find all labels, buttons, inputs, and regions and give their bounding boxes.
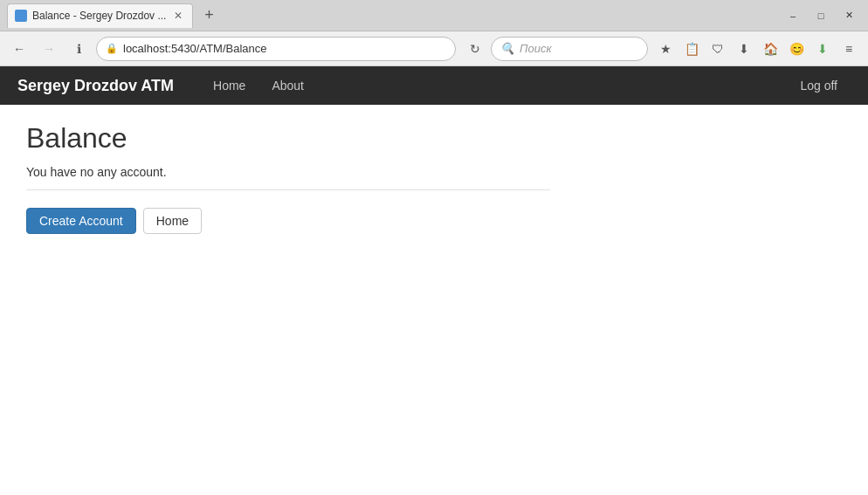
menu-icon[interactable]: ≡ bbox=[837, 37, 861, 61]
app-window: Sergey Drozdov ATM Home About Log off Ba… bbox=[0, 66, 868, 495]
no-account-message: You have no any account. bbox=[26, 165, 842, 179]
download-icon[interactable]: ⬇ bbox=[732, 37, 756, 61]
bookmark-star-icon[interactable]: ★ bbox=[653, 37, 678, 61]
navbar-links: Home About bbox=[200, 66, 787, 105]
reload-button[interactable]: ↻ bbox=[465, 38, 486, 59]
navbar-brand: Sergey Drozdov ATM bbox=[17, 77, 174, 95]
home-button[interactable]: Home bbox=[143, 208, 202, 234]
window-controls: – □ ✕ bbox=[781, 7, 861, 24]
page-title: Balance bbox=[26, 122, 842, 155]
title-bar: Balance - Sergey Drozdov ... ✕ + – □ ✕ bbox=[0, 0, 868, 31]
close-button[interactable]: ✕ bbox=[837, 7, 861, 24]
search-placeholder: Поиск bbox=[520, 42, 552, 55]
home-icon[interactable]: 🏠 bbox=[758, 37, 782, 61]
tab-close-button[interactable]: ✕ bbox=[171, 9, 185, 23]
browser-window: Balance - Sergey Drozdov ... ✕ + – □ ✕ ←… bbox=[0, 0, 868, 495]
search-icon: 🔍 bbox=[500, 42, 514, 55]
nav-home-link[interactable]: Home bbox=[200, 66, 258, 105]
clipboard-icon[interactable]: 📋 bbox=[679, 37, 704, 61]
minimize-button[interactable]: – bbox=[781, 7, 805, 24]
maximize-button[interactable]: □ bbox=[809, 7, 833, 24]
new-tab-button[interactable]: + bbox=[196, 3, 221, 28]
action-buttons: Create Account Home bbox=[26, 208, 842, 234]
page-content: Balance You have no any account. Create … bbox=[0, 105, 868, 495]
divider bbox=[26, 189, 550, 190]
shield-icon[interactable]: 🛡 bbox=[706, 37, 730, 61]
url-bar[interactable]: 🔒 localhost:5430/ATM/Balance bbox=[96, 37, 456, 61]
navbar: Sergey Drozdov ATM Home About Log off bbox=[0, 66, 868, 105]
smiley-icon[interactable]: 😊 bbox=[784, 37, 809, 61]
create-account-button[interactable]: Create Account bbox=[26, 208, 136, 234]
toolbar-icons: ★ 📋 🛡 ⬇ 🏠 😊 ⬇ ≡ bbox=[653, 37, 861, 61]
back-button[interactable]: ← bbox=[7, 37, 31, 61]
search-bar[interactable]: 🔍 Поиск bbox=[491, 37, 648, 61]
nav-logoff-link[interactable]: Log off bbox=[787, 66, 851, 105]
tab-title: Balance - Sergey Drozdov ... bbox=[32, 10, 166, 22]
url-text: localhost:5430/ATM/Balance bbox=[123, 42, 446, 55]
navbar-right: Log off bbox=[787, 66, 851, 105]
green-download-icon[interactable]: ⬇ bbox=[810, 37, 835, 61]
tab-favicon bbox=[15, 10, 27, 22]
lock-icon: 🔒 bbox=[106, 43, 118, 54]
address-bar: ← → ℹ 🔒 localhost:5430/ATM/Balance ↻ 🔍 П… bbox=[0, 31, 868, 66]
info-button[interactable]: ℹ bbox=[66, 37, 91, 61]
forward-button[interactable]: → bbox=[37, 37, 61, 61]
nav-about-link[interactable]: About bbox=[258, 66, 317, 105]
browser-tab[interactable]: Balance - Sergey Drozdov ... ✕ bbox=[7, 3, 193, 28]
